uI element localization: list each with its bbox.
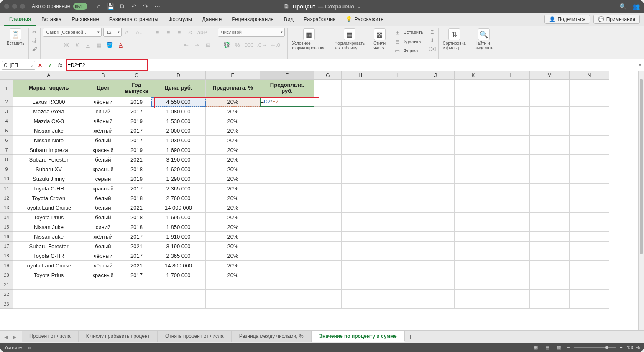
- cell[interactable]: 20%: [206, 203, 260, 213]
- cell[interactable]: чёрный: [84, 116, 122, 126]
- cell[interactable]: 14 800 000: [151, 261, 206, 270]
- row-header-22[interactable]: 22: [0, 290, 13, 299]
- cell[interactable]: [417, 145, 455, 155]
- col-header-H[interactable]: H: [342, 71, 379, 80]
- cell[interactable]: Subaru XV: [13, 164, 84, 174]
- align-bottom-icon[interactable]: ≡: [175, 28, 184, 37]
- cell[interactable]: [379, 242, 417, 251]
- cell[interactable]: [314, 80, 342, 97]
- cell[interactable]: [342, 116, 379, 126]
- col-header-E[interactable]: E: [206, 71, 260, 80]
- col-header-C[interactable]: C: [122, 71, 151, 80]
- paste-button[interactable]: 📋 Вставить: [5, 28, 26, 46]
- cell[interactable]: [342, 174, 379, 184]
- cell[interactable]: [260, 174, 314, 184]
- share-button[interactable]: 👤 Поделиться: [544, 15, 590, 24]
- cell[interactable]: [379, 299, 417, 309]
- cell[interactable]: 4 550 000: [151, 97, 206, 107]
- cell[interactable]: Nissan Juke: [13, 222, 84, 232]
- cell[interactable]: [530, 107, 570, 116]
- cell[interactable]: [260, 232, 314, 242]
- cell[interactable]: [379, 107, 417, 116]
- cell[interactable]: [530, 290, 570, 299]
- cell[interactable]: [151, 290, 206, 299]
- ribbon-tab-2[interactable]: Рисование: [66, 13, 104, 26]
- cell[interactable]: [417, 116, 455, 126]
- cell[interactable]: [492, 164, 530, 174]
- cell[interactable]: [342, 184, 379, 193]
- cell[interactable]: [342, 261, 379, 270]
- cell[interactable]: [417, 193, 455, 203]
- cell[interactable]: [342, 155, 379, 164]
- cell[interactable]: синий: [84, 222, 122, 232]
- cell[interactable]: [342, 222, 379, 232]
- cell[interactable]: [379, 290, 417, 299]
- cancel-formula-button[interactable]: ✕: [35, 60, 45, 70]
- search-icon[interactable]: 🔍: [619, 3, 626, 10]
- cell[interactable]: [570, 203, 609, 213]
- cell[interactable]: [530, 280, 570, 290]
- next-sheet-icon[interactable]: ▶: [11, 334, 18, 340]
- col-header-F[interactable]: F: [260, 71, 314, 80]
- cell[interactable]: 1 620 000: [151, 164, 206, 174]
- cell[interactable]: 20%: [206, 145, 260, 155]
- cell[interactable]: [492, 242, 530, 251]
- cell[interactable]: [260, 136, 314, 145]
- cell[interactable]: [570, 193, 609, 203]
- cell[interactable]: 3 190 000: [151, 242, 206, 251]
- underline-icon[interactable]: Ч: [83, 41, 92, 50]
- cell[interactable]: [379, 251, 417, 261]
- page-break-view-icon[interactable]: ▧: [555, 344, 563, 350]
- cell[interactable]: Mazda Axela: [13, 107, 84, 116]
- zoom-value[interactable]: 130 %: [627, 345, 640, 350]
- cell[interactable]: [417, 290, 455, 299]
- cell[interactable]: Subaru Forester: [13, 155, 84, 164]
- cell[interactable]: [379, 80, 417, 97]
- cell[interactable]: [122, 299, 151, 309]
- cell[interactable]: [417, 97, 455, 107]
- cell[interactable]: [492, 184, 530, 193]
- cell[interactable]: [570, 213, 609, 222]
- cell[interactable]: [530, 97, 570, 107]
- cell[interactable]: [417, 184, 455, 193]
- cell[interactable]: [455, 97, 492, 107]
- cell[interactable]: [260, 126, 314, 136]
- cell[interactable]: [570, 164, 609, 174]
- ribbon-tab-8[interactable]: Разработчик: [299, 13, 340, 26]
- cell[interactable]: [260, 270, 314, 280]
- cut-icon[interactable]: ✂: [30, 28, 39, 36]
- ribbon-tab-5[interactable]: Данные: [197, 13, 227, 26]
- merge-icon[interactable]: ⊞: [203, 41, 212, 50]
- cell[interactable]: [260, 299, 314, 309]
- wrap-text-icon[interactable]: ab↵: [197, 28, 209, 37]
- cell[interactable]: [379, 280, 417, 290]
- maximize-icon[interactable]: [20, 4, 25, 9]
- cell[interactable]: [379, 97, 417, 107]
- cell[interactable]: [570, 184, 609, 193]
- cell[interactable]: [492, 213, 530, 222]
- cell[interactable]: [492, 290, 530, 299]
- cell[interactable]: [455, 116, 492, 126]
- cell[interactable]: [314, 222, 342, 232]
- cell[interactable]: [260, 107, 314, 116]
- cell[interactable]: [492, 222, 530, 232]
- cell[interactable]: 20%: [206, 261, 260, 270]
- cell[interactable]: [530, 174, 570, 184]
- increase-indent-icon[interactable]: ⇥: [192, 41, 202, 50]
- prev-sheet-icon[interactable]: ◀: [3, 334, 9, 340]
- cell[interactable]: [314, 116, 342, 126]
- ribbon-tab-1[interactable]: Вставка: [36, 13, 66, 26]
- cell[interactable]: Nissan Juke: [13, 126, 84, 136]
- close-icon[interactable]: [4, 4, 9, 9]
- cell[interactable]: [492, 280, 530, 290]
- cell[interactable]: [530, 184, 570, 193]
- save-as-icon[interactable]: 🗎: [118, 3, 126, 10]
- cell[interactable]: 2017: [122, 184, 151, 193]
- cell[interactable]: 2021: [122, 155, 151, 164]
- cell[interactable]: 2017: [122, 251, 151, 261]
- cell[interactable]: [417, 174, 455, 184]
- cell[interactable]: белый: [84, 136, 122, 145]
- cell[interactable]: [492, 193, 530, 203]
- cell[interactable]: [260, 193, 314, 203]
- cell[interactable]: Цена, руб.: [151, 80, 206, 97]
